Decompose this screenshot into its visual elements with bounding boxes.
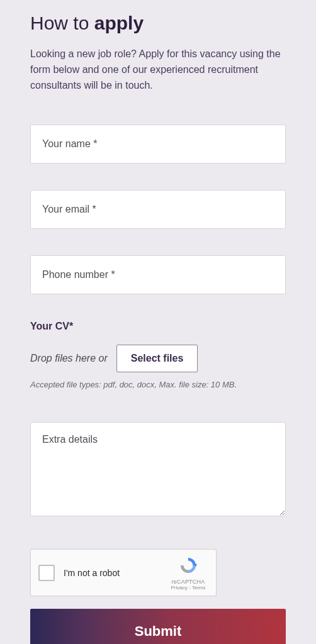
phone-input[interactable] (30, 255, 286, 294)
email-input[interactable] (30, 190, 286, 229)
submit-button[interactable]: Submit (30, 609, 286, 644)
recaptcha-widget: I'm not a robot reCAPTCHA Privacy - Term… (30, 549, 217, 596)
page-title-pre: How to (30, 13, 94, 33)
page-title: How to apply (30, 13, 286, 34)
intro-text: Looking a new job role? Apply for this v… (30, 47, 286, 93)
cv-drop-row: Drop files here or Select files (30, 345, 286, 372)
recaptcha-label: I'm not a robot (64, 568, 120, 578)
page-title-bold: apply (94, 13, 144, 33)
cv-accepted-text: Accepted file types: pdf, doc, docx, Max… (30, 380, 286, 389)
recaptcha-brand: reCAPTCHA (168, 579, 208, 585)
recaptcha-icon (179, 556, 198, 575)
recaptcha-checkbox[interactable] (38, 565, 55, 581)
recaptcha-links[interactable]: Privacy - Terms (168, 585, 208, 591)
recaptcha-badge: reCAPTCHA Privacy - Terms (168, 556, 208, 591)
select-files-button[interactable]: Select files (116, 345, 198, 372)
extra-details-textarea[interactable] (30, 422, 286, 516)
cv-label: Your CV* (30, 321, 286, 332)
cv-drop-text: Drop files here or (30, 353, 108, 364)
name-input[interactable] (30, 125, 286, 164)
